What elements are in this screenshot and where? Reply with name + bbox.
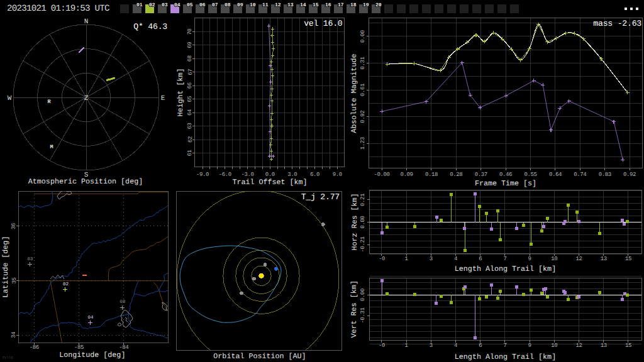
svg-text:E: E [161, 95, 165, 102]
svg-text:-9.0: -9.0 [196, 172, 209, 178]
svg-text:02: 02 [149, 3, 155, 8]
svg-text:04: 04 [174, 3, 180, 8]
svg-text:Z: Z [84, 95, 89, 102]
svg-text:9.0: 9.0 [333, 172, 342, 178]
svg-text:R: R [47, 99, 51, 105]
svg-text:-86: -86 [30, 344, 39, 351]
svg-text:10: 10 [551, 256, 557, 262]
svg-text:15: 15 [625, 256, 631, 262]
svg-text:10: 10 [250, 3, 256, 8]
svg-text:Vert Res [km]: Vert Res [km] [350, 280, 359, 337]
svg-text:0.74: 0.74 [574, 172, 586, 178]
svg-text:6: 6 [479, 256, 482, 262]
svg-text:3.0: 3.0 [287, 172, 297, 178]
svg-text:7: 7 [503, 256, 506, 262]
svg-text:-0.00: -0.00 [374, 172, 390, 178]
svg-text:0.83: 0.83 [599, 172, 611, 178]
svg-text:N: N [84, 18, 89, 26]
svg-text:06: 06 [199, 3, 206, 8]
svg-text:70: 70 [187, 28, 194, 35]
svg-text:19: 19 [363, 3, 369, 8]
svg-text:-84: -84 [119, 344, 128, 351]
svg-text:13: 13 [601, 343, 607, 349]
svg-text:12: 12 [575, 256, 582, 262]
svg-text:0.46: 0.46 [499, 172, 512, 178]
svg-text:pylig: pylig [3, 355, 13, 359]
svg-text:Height [km]: Height [km] [176, 68, 185, 116]
svg-text:12: 12 [575, 343, 582, 349]
svg-text:14: 14 [300, 3, 306, 8]
svg-text:36: 36 [11, 223, 18, 229]
svg-text:-85: -85 [74, 344, 84, 351]
svg-text:15: 15 [625, 343, 631, 349]
svg-text:6: 6 [479, 343, 482, 349]
svg-text:4: 4 [454, 256, 457, 262]
svg-text:61: 61 [187, 150, 194, 156]
svg-text:vel 16.0: vel 16.0 [304, 19, 343, 28]
svg-text:08: 08 [119, 299, 125, 305]
svg-text:0.92: 0.92 [623, 172, 636, 178]
svg-text:0.18: 0.18 [425, 172, 438, 178]
svg-text:-0: -0 [379, 343, 385, 349]
svg-text:9: 9 [528, 256, 531, 262]
svg-text:0.00: 0.00 [360, 216, 366, 228]
svg-text:0.00: 0.00 [360, 288, 366, 301]
svg-text:0.37: 0.37 [475, 172, 487, 178]
svg-text:Longitude [deg]: Longitude [deg] [59, 351, 125, 359]
svg-text:07: 07 [212, 3, 218, 8]
svg-text:Latitude [deg]: Latitude [deg] [1, 236, 10, 298]
svg-text:Length Along Trail [km]: Length Along Trail [km] [455, 353, 556, 361]
svg-text:Orbital Position [AU]: Orbital Position [AU] [213, 352, 306, 361]
svg-text:Trail Offset [km]: Trail Offset [km] [232, 178, 307, 187]
svg-text:Absolute Magnitude: Absolute Magnitude [350, 53, 358, 133]
svg-text:0.21: 0.21 [360, 194, 366, 206]
svg-text:13: 13 [287, 3, 294, 8]
svg-text:20231021 01:19:53 UTC: 20231021 01:19:53 UTC [7, 4, 109, 14]
svg-text:17: 17 [338, 3, 344, 8]
svg-text:09: 09 [237, 3, 243, 8]
svg-text:Atmospheric Position [deg]: Atmospheric Position [deg] [28, 177, 143, 186]
svg-text:Q* 46.3: Q* 46.3 [133, 22, 167, 31]
svg-text:mass -2.63: mass -2.63 [593, 19, 641, 28]
svg-text:0.55: 0.55 [524, 172, 536, 178]
svg-text:1: 1 [405, 343, 408, 349]
svg-text:02: 02 [63, 282, 69, 287]
svg-text:Length Along Trail [km]: Length Along Trail [km] [455, 265, 556, 273]
svg-text:04: 04 [87, 315, 94, 321]
svg-text:W: W [8, 95, 12, 102]
svg-text:62: 62 [187, 136, 194, 143]
svg-text:Frame Time [s]: Frame Time [s] [475, 179, 536, 188]
svg-text:05: 05 [187, 3, 193, 8]
svg-text:3: 3 [430, 343, 433, 349]
svg-text:0.31: 0.31 [360, 57, 366, 69]
svg-text:35: 35 [11, 277, 18, 283]
svg-text:Horz Res [km]: Horz Res [km] [350, 193, 359, 250]
svg-text:03: 03 [27, 256, 33, 262]
svg-text:M: M [50, 144, 53, 150]
svg-text:-0.31: -0.31 [360, 307, 366, 323]
svg-text:11: 11 [262, 3, 269, 8]
svg-text:15: 15 [313, 3, 319, 8]
svg-text:13: 13 [601, 256, 607, 262]
svg-text:0.92: 0.92 [360, 111, 366, 123]
svg-text:68: 68 [187, 55, 194, 62]
svg-text:67: 67 [187, 69, 194, 75]
svg-text:0.0: 0.0 [265, 172, 275, 178]
svg-text:7: 7 [503, 343, 506, 349]
svg-text:6.0: 6.0 [310, 172, 319, 178]
svg-text:10: 10 [551, 343, 557, 349]
svg-text:69: 69 [187, 42, 194, 48]
svg-text:0.00: 0.00 [360, 30, 366, 43]
svg-text:65: 65 [187, 96, 194, 102]
svg-text:4: 4 [454, 343, 457, 349]
svg-text:T_j 2.77: T_j 2.77 [301, 192, 340, 202]
svg-text:03: 03 [162, 3, 168, 8]
svg-text:3: 3 [430, 256, 433, 262]
svg-text:12: 12 [275, 3, 281, 8]
svg-text:9: 9 [528, 343, 531, 349]
svg-text:-3.0: -3.0 [241, 172, 253, 178]
svg-text:-6.0: -6.0 [219, 172, 231, 178]
svg-text:0.64: 0.64 [549, 172, 562, 178]
svg-text:-0: -0 [379, 256, 385, 262]
svg-text:34: 34 [11, 332, 18, 338]
